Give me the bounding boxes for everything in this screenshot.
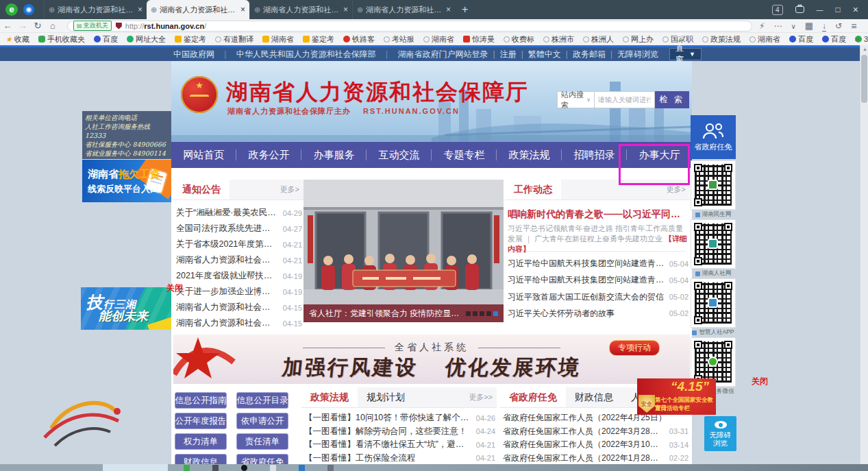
bookmark-item[interactable]: 收藏 (5, 34, 29, 45)
nav-item[interactable]: 招聘招录 (562, 142, 627, 168)
user-link[interactable]: 繁體中文 (517, 49, 561, 60)
bookmark-item[interactable]: 收费标 (504, 34, 534, 45)
os-taskbar[interactable] (0, 464, 868, 471)
minimize-icon[interactable] (817, 5, 823, 14)
notice-item[interactable]: 湖南省人力资源和社会保障厅等… 04-15 (176, 317, 302, 329)
new-tab-button[interactable]: + (462, 3, 468, 16)
news-item[interactable]: 习近平致首届大国工匠创新交流大会的贺信 05-02 (508, 291, 689, 303)
bookmark-item[interactable]: 有道翻译 (215, 34, 253, 45)
taskbar-app-icon[interactable] (270, 465, 276, 471)
nav-item[interactable]: 政策法规 (497, 142, 562, 168)
scrollbar-thumb[interactable] (861, 55, 867, 103)
taskbar-app-icon[interactable] (327, 465, 334, 471)
browser-tab[interactable]: 湖南省人力资源和社会保障厅 (352, 0, 455, 19)
nav-item[interactable]: 办事服务 (301, 142, 367, 168)
security-education-day-ad[interactable]: “4.15” 第七个全国国家安全教育日 宣传活动专栏 安全 (637, 378, 716, 415)
maximize-icon[interactable] (836, 5, 841, 14)
search-input[interactable] (595, 91, 655, 108)
carousel-dot-active[interactable] (493, 311, 498, 316)
browser-profile-icon[interactable]: ◉ (23, 4, 34, 15)
bookmark-item[interactable]: 百度 (822, 34, 846, 45)
restore-icon[interactable] (835, 21, 842, 31)
taskbar-start-segment[interactable] (103, 464, 168, 471)
banner-action-badge[interactable]: 专项行动 (609, 340, 660, 356)
bookmark-item[interactable]: 政策法规 (702, 34, 741, 45)
carousel-dot[interactable] (466, 311, 471, 316)
gov-appointments-widget[interactable]: 省政府任免 (691, 115, 736, 159)
more-actions-icon[interactable] (773, 21, 782, 31)
policy-item[interactable]: 【一图看懂】工伤保险全流程 04-21 (304, 452, 495, 464)
notice-item[interactable]: 湖南省人力资源和社会保障厅职… 04-21 (176, 254, 302, 266)
bookmark-item[interactable]: 株洲市 (543, 34, 574, 45)
tab-close-icon[interactable] (238, 5, 245, 14)
taskbar-app-icon[interactable] (299, 465, 305, 471)
carousel-dot[interactable] (480, 311, 484, 316)
tab-policy[interactable]: 政策法规 (301, 387, 358, 407)
scroll-up-arrow-icon[interactable]: ▲ (863, 47, 867, 51)
search-scope-select[interactable]: 站内搜索∨ (557, 91, 595, 108)
news-item[interactable]: 习近平给中国航天科技集团空间站建造青年团队回信 05-04 (508, 274, 689, 286)
tab-close-icon[interactable] (135, 5, 142, 14)
flash-icon[interactable] (759, 21, 765, 31)
tab-close-icon[interactable] (443, 5, 451, 14)
close-window-icon[interactable] (853, 4, 858, 15)
notice-item[interactable]: 关于进一步加强企业博士后创新… 04-19 (176, 286, 302, 298)
bookmark-item[interactable]: 惊涛曼 (463, 34, 495, 45)
gov-appointment-item[interactable]: 省政府任免国家工作人员（2022年3月10日） 03-14 (503, 439, 689, 450)
browser-tab[interactable]: 湖南省人力资源和社会保障厅 (44, 0, 147, 19)
gov-appointment-item[interactable]: 省政府任免国家工作人员（2022年1月28日） 02-22 (503, 452, 689, 464)
policy-item[interactable]: 【一图看懂】看清不缴社保五大“坑”，避免踩雷！ 04-21 (304, 439, 495, 450)
user-link[interactable]: 无障碍浏览 (606, 49, 658, 60)
info-button[interactable]: 权力清单 (175, 433, 227, 450)
gov-link[interactable]: 湖南省政府门户网站 (376, 49, 472, 60)
province-window-select[interactable]: 省直窗口 ▼ (669, 48, 702, 60)
bookmark-item[interactable]: 网上办 (623, 34, 654, 45)
skill-campaign-ad[interactable]: 技行三湘 能创未来 (81, 287, 171, 330)
news-item[interactable]: 习近平给中国航天科技集团空间站建造青年团队的回信… 05-04 (508, 258, 689, 269)
menu-icon[interactable] (851, 21, 856, 32)
home-icon[interactable]: ⌂ (45, 21, 60, 31)
bookmarks-overflow-icon[interactable]: » (855, 34, 860, 44)
forward-icon[interactable]: → (15, 21, 30, 31)
apps-grid-icon[interactable] (805, 21, 813, 31)
bookmark-item[interactable]: 株洲人 (583, 34, 614, 45)
news-item[interactable]: 习近平关心关怀劳动者的故事 05-02 (508, 308, 689, 319)
info-button[interactable]: 依申请公开 (236, 413, 288, 429)
taskbar-app-icon[interactable] (241, 465, 247, 471)
nav-item[interactable]: 网站首页 (171, 142, 236, 168)
browser-logo-icon[interactable]: e (5, 3, 18, 16)
notices-more-link[interactable]: 更多> (280, 184, 303, 195)
user-link[interactable]: 政务邮箱 (561, 49, 606, 60)
photo-carousel[interactable]: 省人社厅：党建引领聚合力 疫情防控显担当 (303, 180, 504, 322)
taskbar-app-icon[interactable] (184, 465, 190, 471)
notice-item[interactable]: 湖南省人力资源和社会保障厅20… 04-15 (176, 302, 302, 313)
url-field[interactable]: 党政机关 http://rst.hunan.gov.cn/ (67, 21, 752, 32)
info-button[interactable]: 公开年度报告 (175, 413, 227, 429)
bookmark-item[interactable]: 铁路客 (343, 34, 375, 45)
accessibility-button[interactable]: 无障碍 浏览 (704, 416, 736, 451)
back-icon[interactable]: ← (0, 21, 15, 31)
carousel-dot[interactable] (473, 311, 478, 316)
tab-news[interactable]: 工作动态 (505, 180, 561, 200)
search-button[interactable]: 检 索 (655, 91, 689, 108)
gov-appointment-item[interactable]: 省政府任免国家工作人员（2022年3月28日） 03-31 (503, 426, 689, 437)
tab-fiscal-info[interactable]: 财政信息 (566, 387, 622, 407)
browser-tab[interactable]: 湖南省人力资源和社会保障厅 (147, 0, 249, 19)
bookmark-item[interactable]: 湖南省 (423, 34, 454, 45)
bookmark-item[interactable]: 考站服 (384, 34, 414, 45)
bookmark-item[interactable]: 湖南省 (262, 34, 294, 45)
page-scrollbar[interactable]: ▲ (860, 45, 868, 464)
bookmark-item[interactable]: 湖南省 (749, 34, 780, 45)
tab-notices[interactable]: 通知公告 (173, 180, 230, 200)
close-ad-link[interactable]: 关闭 (166, 282, 183, 294)
bookmark-item[interactable]: 鉴定考 (175, 34, 206, 45)
info-button[interactable]: 信息公开目录 (236, 392, 288, 409)
gov-link[interactable]: 中国政府网 (173, 49, 214, 60)
campaign-banner[interactable]: 全省人社系统 加强行风建设优化发展环境 专项行动 (173, 335, 690, 384)
tab-count-badge[interactable]: 4 (772, 5, 783, 15)
policy-item[interactable]: 【一图看懂】10问10答！带你快速了解个人养老金制… 04-26 (304, 412, 495, 424)
tab-gov-appointments[interactable]: 省政府任免 (500, 387, 566, 407)
carousel-dot[interactable] (486, 311, 491, 316)
taskbar-app-icon[interactable] (212, 465, 219, 471)
info-button[interactable]: 信息公开指南 (175, 392, 227, 409)
